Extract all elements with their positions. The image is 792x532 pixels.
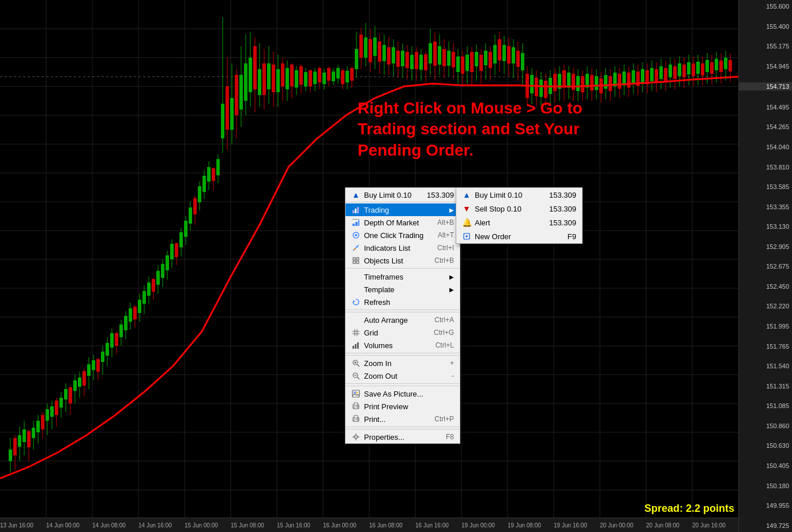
menu-item-auto-arrange[interactable]: Auto Arrange Ctrl+A [346, 312, 460, 326]
trading-icon [351, 205, 361, 214]
svg-rect-178 [341, 70, 344, 84]
svg-rect-270 [553, 74, 557, 91]
svg-rect-46 [36, 421, 40, 432]
svg-rect-136 [244, 63, 247, 101]
time-label: 13 Jun 16:00 [0, 522, 33, 529]
submenu-sell-stop[interactable]: ▼ Sell Stop 0.10 153.309 [456, 202, 582, 216]
svg-rect-140 [253, 46, 257, 89]
svg-rect-340 [715, 59, 718, 70]
svg-rect-160 [299, 66, 303, 85]
price-label: 150.405 [739, 462, 792, 469]
svg-rect-132 [235, 75, 238, 115]
svg-rect-304 [632, 70, 635, 84]
svg-rect-264 [539, 80, 543, 97]
svg-rect-152 [281, 63, 284, 86]
svg-rect-288 [595, 76, 598, 90]
submenu-new-order-shortcut: F9 [556, 232, 576, 241]
svg-rect-184 [355, 49, 358, 69]
price-axis: 155.600 155.400 155.175 154.945 154.713 … [738, 0, 792, 532]
template-arrow: ▶ [438, 286, 454, 293]
zoom-out-icon [351, 371, 361, 380]
menu-item-zoom-in[interactable]: Zoom In + [346, 355, 460, 369]
menu-item-save-as-picture[interactable]: Save As Picture... [346, 386, 460, 400]
svg-rect-60 [69, 387, 72, 403]
menu-item-zoom-out[interactable]: Zoom Out - [346, 369, 460, 384]
time-label: 15 Jun 00:00 [185, 522, 218, 529]
svg-rect-66 [82, 371, 86, 386]
svg-rect-284 [585, 74, 589, 88]
menu-item-properties[interactable]: Properties... F8 [346, 429, 460, 443]
menu-item-timeframes[interactable]: Timeframes ▶ [346, 270, 460, 283]
svg-rect-148 [272, 65, 275, 92]
svg-rect-252 [512, 47, 515, 63]
menu-item-print[interactable]: Print... Ctrl+P [346, 413, 460, 427]
svg-rect-244 [493, 45, 497, 63]
svg-rect-350 [352, 224, 355, 226]
svg-rect-182 [350, 68, 354, 81]
svg-rect-50 [46, 409, 49, 421]
submenu-new-order[interactable]: New Order F9 [456, 229, 582, 243]
svg-rect-310 [645, 70, 649, 84]
buy-limit-header[interactable]: ▲ Buy Limit 0.10 153.309 [346, 188, 460, 202]
grid-label: Grid [364, 329, 378, 337]
svg-rect-360 [356, 258, 359, 260]
svg-rect-349 [357, 207, 359, 213]
menu-item-volumes[interactable]: Volumes Ctrl+L [346, 339, 460, 353]
svg-rect-62 [73, 380, 77, 391]
svg-rect-74 [101, 352, 104, 362]
time-label: 16 Jun 00:00 [323, 522, 356, 529]
submenu-buy-limit[interactable]: ▲ Buy Limit 0.10 153.309 [456, 188, 582, 202]
submenu-alert[interactable]: 🔔 Alert 153.309 [456, 216, 582, 229]
svg-line-356 [353, 245, 359, 251]
svg-rect-210 [415, 52, 418, 69]
svg-rect-78 [110, 333, 114, 348]
zoom-out-label: Zoom Out [364, 372, 397, 380]
svg-rect-351 [355, 222, 358, 226]
menu-item-indicators-list[interactable]: Indicators List Ctrl+I [346, 242, 460, 254]
svg-point-388 [357, 418, 358, 420]
price-label: 152.675 [739, 263, 792, 270]
svg-rect-369 [355, 344, 356, 349]
menu-item-depth-of-market[interactable]: Depth Of Market Alt+B [346, 216, 460, 229]
svg-rect-118 [202, 176, 206, 192]
indicators-list-icon [351, 243, 361, 252]
trading-label: Trading [364, 206, 389, 214]
svg-rect-346 [729, 60, 732, 71]
indicators-shortcut: Ctrl+I [426, 244, 454, 252]
svg-rect-320 [669, 65, 672, 77]
svg-rect-200 [392, 47, 395, 63]
svg-rect-104 [170, 244, 174, 259]
svg-rect-58 [64, 389, 67, 399]
volumes-label: Volumes [364, 341, 393, 350]
svg-rect-286 [590, 75, 594, 90]
svg-rect-102 [166, 255, 169, 270]
time-label: 19 Jun 00:00 [461, 522, 495, 529]
svg-rect-84 [124, 316, 127, 330]
menu-item-refresh[interactable]: Refresh [346, 296, 460, 310]
spread-label: Spread: 2.2 points [644, 503, 734, 515]
svg-rect-112 [189, 207, 192, 224]
svg-rect-262 [535, 78, 538, 96]
template-icon [351, 285, 361, 294]
auto-arrange-label: Auto Arrange [364, 316, 408, 325]
svg-rect-70 [92, 360, 95, 370]
svg-rect-68 [87, 364, 91, 376]
svg-rect-108 [179, 232, 183, 247]
svg-rect-342 [719, 61, 723, 72]
menu-item-one-click-trading[interactable]: One Click Trading Alt+T [346, 229, 460, 242]
svg-rect-98 [156, 271, 160, 285]
svg-rect-180 [346, 71, 349, 82]
svg-marker-363 [353, 300, 355, 303]
time-label: 20 Jun 00:00 [600, 522, 633, 529]
menu-item-print-preview[interactable]: Print Preview [346, 400, 460, 413]
menu-item-grid[interactable]: Grid Ctrl+G [346, 326, 460, 339]
svg-rect-90 [138, 300, 141, 313]
menu-item-trading[interactable]: Trading ▶ [346, 203, 460, 216]
menu-item-objects-list[interactable]: Objects List Ctrl+B [346, 254, 460, 269]
svg-rect-38 [18, 435, 21, 447]
svg-rect-106 [175, 243, 178, 257]
svg-rect-44 [32, 428, 35, 438]
current-price-label: 154.713 [739, 82, 792, 90]
menu-item-template[interactable]: Template ▶ [346, 283, 460, 296]
svg-rect-359 [353, 258, 355, 260]
